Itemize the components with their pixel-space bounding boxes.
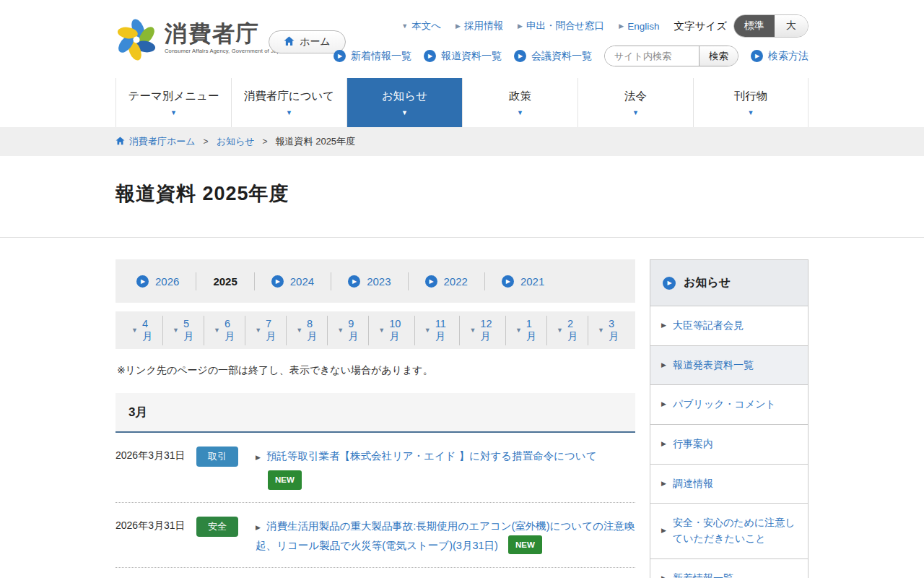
month-tab-6月[interactable]: ▼ 6月 [204, 316, 245, 345]
caret-right-icon: ▶ [661, 361, 666, 371]
agency-logo-mark [116, 19, 157, 64]
caret-down-icon: ▼ [598, 327, 604, 334]
caret-right-icon: ▶ [256, 454, 261, 461]
year-tab-2023[interactable]: ▶ 2023 [331, 272, 407, 290]
month-tab-3月[interactable]: ▼ 3月 [588, 316, 629, 345]
chevron-down-icon: ▼ [170, 109, 177, 116]
caret-right-icon: ▶ [619, 22, 624, 30]
news-link[interactable]: 消費生活用製品の重大製品事故:長期使用のエアコン(室外機)についての注意喚起、リ… [256, 520, 635, 551]
chevron-down-icon: ▼ [748, 109, 754, 116]
caret-down-icon: ▼ [173, 327, 179, 334]
quick-links-row: ▶ 新着情報一覧 ▶ 報道資料一覧 ▶ 会議資料一覧 検索 ▶ 検索方法 [334, 46, 808, 66]
sidebar-menu-title: ▶ お知らせ [650, 260, 808, 306]
font-size-large-button[interactable]: 大 [775, 15, 808, 37]
caret-down-icon: ▼ [424, 327, 431, 334]
caret-down-icon: ▼ [337, 327, 344, 334]
search-button[interactable]: 検索 [699, 46, 738, 66]
year-tab-2024[interactable]: ▶ 2024 [254, 272, 331, 290]
sidebar-item-調達情報[interactable]: ▶ 調達情報 [650, 464, 808, 504]
month-tab-7月[interactable]: ▼ 7月 [245, 316, 286, 345]
month-tab-12月[interactable]: ▼ 12月 [459, 316, 505, 345]
circle-arrow-icon: ▶ [271, 275, 284, 288]
nav-tab-テーマ別メニュー[interactable]: テーマ別メニュー ▼ [116, 78, 231, 127]
circle-arrow-icon: ▶ [136, 275, 149, 288]
month-tab-10月[interactable]: ▼ 10月 [368, 316, 414, 345]
caret-right-icon: ▶ [661, 526, 666, 536]
caret-down-icon: ▼ [296, 327, 302, 334]
month-tab-8月[interactable]: ▼ 8月 [286, 316, 327, 345]
chevron-down-icon: ▼ [286, 109, 292, 116]
circle-arrow-icon: ▶ [334, 50, 346, 62]
search-help-link[interactable]: ▶ 検索方法 [751, 50, 808, 63]
month-tab-9月[interactable]: ▼ 9月 [327, 316, 368, 345]
font-size-standard-button[interactable]: 標準 [734, 15, 775, 37]
sidebar-item-安全・安心のために注意していただきたいこと[interactable]: ▶ 安全・安心のために注意していただきたいこと [650, 503, 808, 558]
skip-to-content-link[interactable]: ▼ 本文へ [401, 20, 441, 33]
news-date: 2026年3月31日 [116, 447, 196, 462]
news-link[interactable]: 預託等取引業者【株式会社リア・エイド 】に対する措置命令について [266, 450, 597, 462]
caret-right-icon: ▶ [661, 400, 666, 410]
circle-arrow-icon: ▶ [424, 50, 436, 62]
breadcrumb: 消費者庁ホーム>お知らせ>報道資料 2025年度 [116, 127, 808, 156]
category-badge[interactable]: 取引 [196, 447, 238, 467]
month-tab-11月[interactable]: ▼ 11月 [414, 316, 460, 345]
sidebar-item-大臣等記者会見[interactable]: ▶ 大臣等記者会見 [650, 306, 808, 345]
recruit-info-link[interactable]: ▶ 採用情報 [456, 20, 503, 33]
circle-arrow-icon: ▶ [502, 275, 514, 288]
circle-arrow-icon: ▶ [663, 277, 676, 290]
site-search: 検索 [604, 46, 738, 66]
year-tab-2026[interactable]: ▶ 2026 [120, 272, 196, 290]
news-date: 2026年3月31日 [116, 517, 196, 532]
caret-down-icon: ▼ [557, 327, 563, 334]
breadcrumb-link[interactable]: 消費者庁ホーム [116, 135, 196, 148]
meeting-materials-list-link[interactable]: ▶ 会議資料一覧 [514, 50, 592, 63]
sidebar-item-パブリック・コメント[interactable]: ▶ パブリック・コメント [650, 384, 808, 424]
nav-tab-刊行物[interactable]: 刊行物 ▼ [693, 78, 808, 127]
caret-right-icon: ▶ [661, 479, 666, 489]
chevron-down-icon: ▼ [632, 109, 639, 116]
breadcrumb-current: 報道資料 2025年度 [276, 135, 356, 148]
circle-arrow-icon: ▶ [751, 50, 763, 62]
caret-right-icon: ▶ [661, 321, 666, 331]
year-tab-2021[interactable]: ▶ 2021 [484, 272, 561, 290]
new-info-list-link[interactable]: ▶ 新着情報一覧 [334, 50, 411, 63]
new-badge: NEW [508, 535, 542, 554]
month-tab-5月[interactable]: ▼ 5月 [162, 316, 204, 345]
breadcrumb-bar: 消費者庁ホーム>お知らせ>報道資料 2025年度 [0, 127, 924, 156]
caret-down-icon: ▼ [255, 327, 261, 334]
chevron-down-icon: ▼ [517, 109, 523, 116]
breadcrumb-link[interactable]: お知らせ [217, 135, 255, 148]
month-tab-4月[interactable]: ▼ 4月 [122, 316, 162, 345]
caret-down-icon: ▼ [515, 327, 522, 334]
main-column: ▶ 2026 2025 ▶ 2024 ▶ 2023 ▶ 2022 ▶ 2021 … [116, 259, 635, 578]
inquiry-window-link[interactable]: ▶ 申出・問合せ窓口 [518, 20, 604, 33]
news-item: 2026年3月31日 制度 ▶第7回現代社会における消費者取引の在り方を踏まえた… [116, 568, 635, 578]
nav-tab-政策[interactable]: 政策 ▼ [462, 78, 578, 127]
agency-logo[interactable]: 消費者庁 Consumer Affairs Agency, Government… [116, 19, 287, 64]
sidebar-news-menu: ▶ お知らせ ▶ 大臣等記者会見 ▶ 報道発表資料一覧 ▶ パブリック・コメント… [650, 259, 808, 578]
month-tab-2月[interactable]: ▼ 2月 [546, 316, 588, 345]
month-tab-1月[interactable]: ▼ 1月 [505, 316, 546, 345]
nav-tab-お知らせ[interactable]: お知らせ ▼ [346, 78, 462, 127]
search-input[interactable] [605, 46, 699, 66]
nav-tab-法令[interactable]: 法令 ▼ [578, 78, 693, 127]
month-tabs: ▼ 4月 ▼ 5月 ▼ 6月 ▼ 7月 ▼ 8月 ▼ 9月 ▼ 10月 ▼ 11… [116, 311, 635, 349]
circle-arrow-icon: ▶ [425, 275, 437, 288]
caret-down-icon: ▼ [131, 327, 138, 334]
chevron-down-icon: ▼ [401, 109, 408, 116]
sidebar-column: ▶ お知らせ ▶ 大臣等記者会見 ▶ 報道発表資料一覧 ▶ パブリック・コメント… [650, 259, 808, 578]
page-title-section: 報道資料 2025年度 [0, 156, 924, 238]
caret-down-icon: ▼ [401, 22, 408, 30]
agency-name-english: Consumer Affairs Agency, Government of J… [165, 48, 287, 54]
news-item: 2026年3月31日 取引 ▶預託等取引業者【株式会社リア・エイド 】に対する措… [116, 433, 635, 503]
sidebar-item-行事案内[interactable]: ▶ 行事案内 [650, 424, 808, 464]
sidebar-item-報道発表資料一覧[interactable]: ▶ 報道発表資料一覧 [650, 345, 808, 385]
sidebar-item-新着情報一覧[interactable]: ▶ 新着情報一覧 [650, 558, 808, 578]
english-link[interactable]: ▶ English [619, 21, 659, 32]
nav-tab-消費者庁について[interactable]: 消費者庁について ▼ [231, 78, 346, 127]
category-badge[interactable]: 安全 [196, 517, 238, 537]
caret-down-icon: ▼ [214, 327, 220, 334]
press-materials-list-link[interactable]: ▶ 報道資料一覧 [424, 50, 502, 63]
site-header: 消費者庁 Consumer Affairs Agency, Government… [0, 0, 924, 78]
year-tab-2022[interactable]: ▶ 2022 [408, 272, 484, 290]
